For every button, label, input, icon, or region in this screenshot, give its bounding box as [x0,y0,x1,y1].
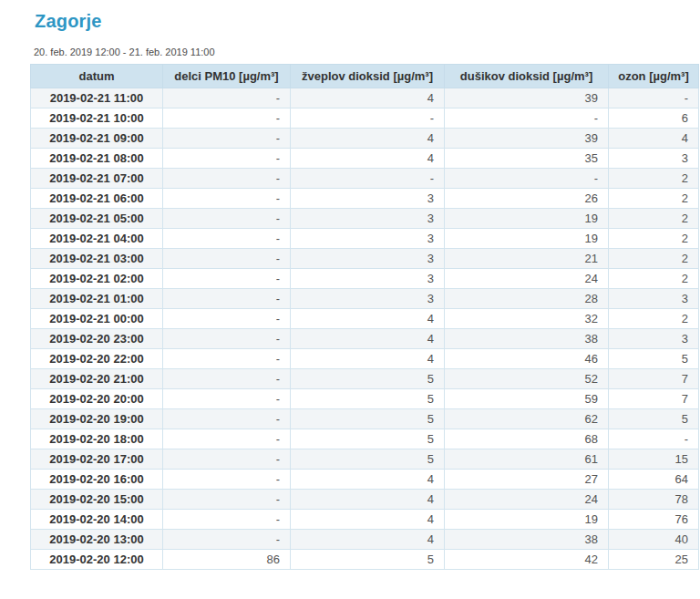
cell-no2: 46 [445,349,609,369]
cell-datum: 2019-02-21 02:00 [31,269,163,289]
cell-so2: 5 [291,449,445,470]
cell-datum: 2019-02-21 09:00 [31,129,163,149]
cell-ozon: 4 [609,129,699,149]
table-row: 2019-02-20 23:00-4383 [31,329,699,349]
cell-ozon: 5 [609,349,699,369]
cell-so2: 4 [291,129,445,149]
cell-pm10: - [163,389,291,409]
col-header-datum: datum [31,65,163,88]
table-row: 2019-02-21 00:00-4322 [31,309,699,329]
cell-no2: 61 [445,449,609,470]
cell-pm10: - [163,289,291,309]
cell-so2: 3 [291,249,445,269]
cell-pm10: - [163,470,291,490]
cell-so2: 3 [291,289,445,309]
cell-no2: 21 [445,249,609,269]
cell-ozon: 7 [609,369,699,389]
cell-no2: 68 [445,429,609,449]
table-row: 2019-02-21 05:00-3192 [31,209,699,229]
cell-so2: - [291,108,445,129]
table-row: 2019-02-21 06:00-3262 [31,189,699,209]
cell-pm10: - [163,189,291,209]
cell-datum: 2019-02-20 16:00 [31,470,163,490]
date-range-label: 20. feb. 2019 12:00 - 21. feb. 2019 11:0… [34,46,700,57]
cell-ozon: 3 [609,289,699,309]
cell-so2: 4 [291,510,445,530]
cell-no2: 59 [445,389,609,409]
cell-pm10: - [163,269,291,289]
cell-no2: 19 [445,229,609,249]
cell-pm10: - [163,209,291,229]
cell-pm10: - [163,369,291,389]
table-row: 2019-02-21 09:00-4394 [31,129,699,149]
cell-ozon: 3 [609,329,699,349]
table-row: 2019-02-21 08:00-4353 [31,149,699,169]
cell-no2: 62 [445,409,609,429]
cell-ozon: 2 [609,229,699,249]
table-row: 2019-02-20 17:00-56115 [31,449,699,470]
cell-so2: 5 [291,409,445,429]
cell-so2: 3 [291,269,445,289]
table-row: 2019-02-20 14:00-41976 [31,510,699,530]
cell-no2: 24 [445,269,609,289]
cell-so2: 3 [291,189,445,209]
cell-datum: 2019-02-20 18:00 [31,429,163,449]
cell-ozon: - [609,88,699,108]
table-row: 2019-02-21 11:00-439- [31,88,699,108]
cell-datum: 2019-02-20 14:00 [31,510,163,530]
cell-no2: - [445,108,609,129]
cell-ozon: 78 [609,490,699,510]
cell-datum: 2019-02-20 22:00 [31,349,163,369]
cell-datum: 2019-02-21 00:00 [31,309,163,329]
cell-no2: 26 [445,189,609,209]
cell-no2: 27 [445,470,609,490]
cell-pm10: - [163,149,291,169]
cell-no2: 39 [445,129,609,149]
cell-ozon: 2 [609,309,699,329]
cell-no2: 38 [445,329,609,349]
cell-so2: 4 [291,329,445,349]
cell-pm10: - [163,229,291,249]
cell-datum: 2019-02-20 17:00 [31,449,163,470]
cell-pm10: - [163,449,291,470]
cell-so2: - [291,169,445,189]
cell-datum: 2019-02-21 07:00 [31,169,163,189]
cell-so2: 4 [291,349,445,369]
cell-ozon: - [609,429,699,449]
cell-so2: 4 [291,490,445,510]
cell-datum: 2019-02-21 08:00 [31,149,163,169]
col-header-so2: žveplov dioksid [µg/m³] [291,65,445,88]
table-row: 2019-02-21 04:00-3192 [31,229,699,249]
cell-datum: 2019-02-20 19:00 [31,409,163,429]
cell-pm10: - [163,510,291,530]
cell-pm10: - [163,129,291,149]
col-header-no2: dušikov dioksid [µg/m³] [445,65,609,88]
cell-ozon: 6 [609,108,699,129]
cell-no2: 19 [445,510,609,530]
cell-datum: 2019-02-20 13:00 [31,530,163,550]
table-header-row: datum delci PM10 [µg/m³] žveplov dioksid… [31,65,699,88]
cell-no2: 35 [445,149,609,169]
cell-datum: 2019-02-20 20:00 [31,389,163,409]
table-row: 2019-02-20 13:00-43840 [31,530,699,550]
cell-datum: 2019-02-20 12:00 [31,550,163,570]
cell-no2: 32 [445,309,609,329]
col-header-pm10: delci PM10 [µg/m³] [163,65,291,88]
cell-datum: 2019-02-20 15:00 [31,490,163,510]
cell-pm10: - [163,349,291,369]
cell-pm10: - [163,88,291,108]
cell-no2: 39 [445,88,609,108]
table-row: 2019-02-20 15:00-42478 [31,490,699,510]
cell-datum: 2019-02-21 03:00 [31,249,163,269]
cell-so2: 5 [291,550,445,570]
cell-so2: 5 [291,429,445,449]
page-title: Zagorje [35,11,700,32]
cell-ozon: 2 [609,269,699,289]
cell-datum: 2019-02-20 23:00 [31,329,163,349]
cell-so2: 3 [291,229,445,249]
cell-ozon: 7 [609,389,699,409]
table-row: 2019-02-20 21:00-5527 [31,369,699,389]
air-quality-table: datum delci PM10 [µg/m³] žveplov dioksid… [30,64,699,570]
cell-ozon: 2 [609,169,699,189]
cell-ozon: 64 [609,470,699,490]
